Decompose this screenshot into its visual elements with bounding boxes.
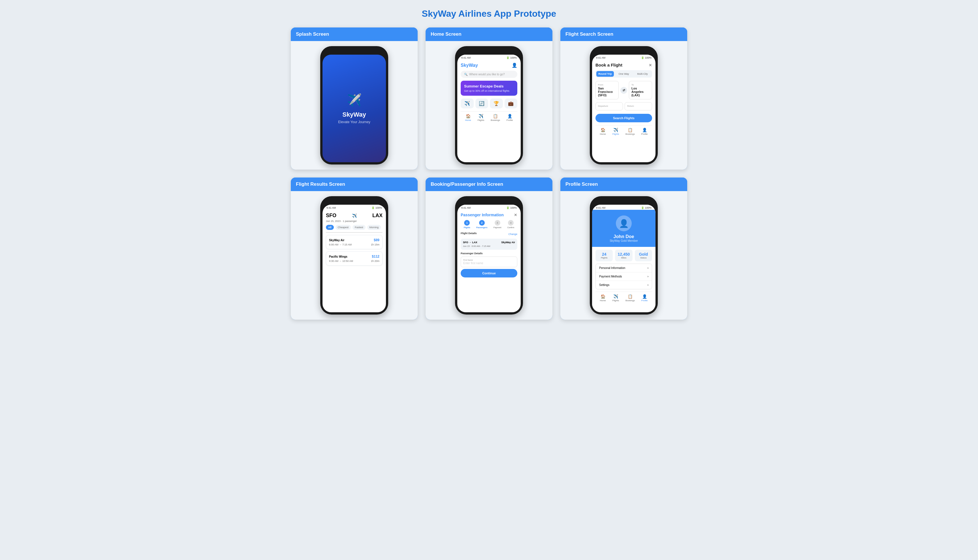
profile-status-battery: 🔋 100% (641, 207, 651, 209)
splash-card-header: Splash Screen (291, 27, 418, 41)
nav-home[interactable]: 🏠 Home (465, 114, 471, 122)
nav-profile[interactable]: 👤 Profile (506, 114, 513, 122)
flight-search-notch (613, 48, 635, 53)
fs-nav-profile[interactable]: 👤 Profile (641, 128, 648, 135)
return-date-box[interactable]: Return (625, 102, 652, 110)
home-screen-card: Home Screen 9:41 AM 🔋 100% SkyWay 👤 (426, 27, 552, 170)
pr-nav-home[interactable]: 🏠 Home (600, 294, 606, 302)
avatar: 👤 (616, 215, 632, 231)
profile-menu-payment[interactable]: Payment Methods › (596, 272, 652, 281)
nav-bookings[interactable]: 📋 Bookings (491, 114, 500, 122)
step-passengers: 2 Passengers (476, 220, 487, 228)
flights-nav-icon: ✈️ (478, 114, 485, 118)
flights-nav-label: Flights (478, 119, 485, 122)
pr-nav-flights[interactable]: ✈️ Flights (613, 294, 619, 302)
results-route: SFO ✈️ LAX (326, 213, 383, 218)
stat-miles-val: 12,450 (617, 252, 630, 257)
filter-all[interactable]: All (326, 225, 334, 230)
booking-card-body: 9:41 AM 🔋 100% Passenger Information ✕ 1… (426, 191, 552, 320)
fr-screen: 9:41 AM 🔋 100% SFO ✈️ LAX Jun 15, 2023 ·… (323, 205, 386, 312)
tab-multi-city[interactable]: Multi-City (634, 71, 651, 77)
flight-result-item-2[interactable]: Pacific Wings $112 9:30 AM → 10:50 AM 1h… (326, 252, 383, 265)
passenger-name-field[interactable]: First Name Enter first name (461, 257, 517, 267)
profile-menu-personal[interactable]: Personal Information › (596, 264, 652, 272)
splash-card-body: ✈️ SkyWay Elevate Your Journey (291, 41, 418, 170)
splash-app-name: SkyWay (342, 111, 366, 118)
booking-title: Passenger Information (461, 213, 504, 217)
fs-bookings-icon: 📋 (625, 128, 635, 132)
fr-status-time: 9:41 AM (327, 207, 336, 209)
fs-nav-home[interactable]: 🏠 Home (600, 128, 606, 135)
flight-search-body: 9:41 AM 🔋 100% Book a Flight ✕ Round Tri… (560, 41, 687, 170)
stat-miles: 12,450 Miles (615, 250, 632, 261)
home-user-icon: 👤 (511, 63, 517, 68)
home-logo: SkyWay (461, 63, 478, 68)
to-airport-box[interactable]: To Los Angeles (LAX) (629, 81, 652, 99)
filter-cheapest[interactable]: Cheapest (335, 225, 351, 230)
return-label: Return (627, 105, 650, 107)
home-card-body: 9:41 AM 🔋 100% SkyWay 👤 🔍 Where would yo… (426, 41, 552, 170)
profile-status-time: 9:41 AM (596, 207, 605, 209)
step-circle-3: 3 (495, 220, 500, 226)
tab-round-trip[interactable]: Round Trip (596, 71, 614, 77)
booking-inner: Passenger Information ✕ 1 Flights 2 Pass… (457, 210, 521, 280)
departure-date-box[interactable]: Departure (595, 102, 623, 110)
profile-body: 24 Flights 12,450 Miles Gold Status (592, 247, 655, 307)
step-circle-2: 2 (479, 220, 485, 226)
pr-home-label: Home (600, 299, 606, 302)
pr-nav-bookings[interactable]: 📋 Bookings (625, 294, 635, 302)
pr-nav-profile[interactable]: 👤 Profile (641, 294, 648, 302)
screens-grid: Splash Screen ✈️ SkyWay Elevate Your Jou… (291, 27, 687, 320)
quick-link-flights[interactable]: ✈️ (461, 98, 474, 108)
flight-results-body: 9:41 AM 🔋 100% SFO ✈️ LAX Jun 15, 2023 ·… (291, 191, 418, 320)
booking-screen: 9:41 AM 🔋 100% Passenger Information ✕ 1… (457, 205, 521, 312)
splash-phone: ✈️ SkyWay Elevate Your Journey (320, 46, 388, 165)
home-nav-icon: 🏠 (465, 114, 471, 118)
booking-status-bar: 9:41 AM 🔋 100% (457, 205, 521, 210)
quick-link-exchange[interactable]: 🔄 (475, 98, 488, 108)
first-name-value: Enter first name (463, 262, 515, 265)
step-circle-1: 1 (464, 220, 470, 226)
change-link[interactable]: Change (508, 233, 517, 235)
fs-flights-label: Flights (613, 133, 619, 135)
quick-link-deals[interactable]: 🏆 (490, 98, 503, 108)
filter-morning[interactable]: Morning (367, 225, 381, 230)
nav-flights[interactable]: ✈️ Flights (478, 114, 485, 122)
step-payment: 3 Payment (493, 220, 501, 228)
filter-tabs: All Cheapest Fastest Morning (326, 225, 383, 230)
tab-one-way[interactable]: One Way (615, 71, 633, 77)
route-arrow-icon: ✈️ (352, 213, 357, 218)
profile-member-status: SkyWay Gold Member (595, 239, 652, 242)
search-flights-button[interactable]: Search Flights (595, 114, 652, 122)
from-airport-box[interactable]: From San Francisco (SFO) (595, 81, 619, 99)
profile-screen-card: Profile Screen 9:41 AM 🔋 100% 👤 John Doe… (560, 178, 687, 320)
stat-miles-label: Miles (617, 257, 630, 259)
filter-fastest[interactable]: Fastest (353, 225, 365, 230)
stat-flights: 24 Flights (595, 250, 613, 261)
booking-screen-card: Booking/Passenger Info Screen 9:41 AM 🔋 … (426, 178, 552, 320)
booking-close-icon[interactable]: ✕ (514, 213, 517, 217)
fs-nav-flights[interactable]: ✈️ Flights (613, 128, 619, 135)
profile-menu: Personal Information › Payment Methods ›… (595, 263, 652, 289)
flight-result-item-1[interactable]: SkyWay Air $89 6:00 AM → 7:15 AM 1h 15m (326, 235, 383, 249)
close-icon[interactable]: ✕ (649, 63, 652, 67)
home-search-bar[interactable]: 🔍 Where would you like to go? (461, 71, 517, 78)
quick-link-baggage[interactable]: 💼 (505, 98, 518, 108)
flight-results-card: Flight Results Screen 9:41 AM 🔋 100% SFO… (291, 178, 418, 320)
search-placeholder-text: Where would you like to go? (469, 73, 505, 76)
booking-card-header: Booking/Passenger Info Screen (426, 178, 552, 191)
fs-nav-bookings[interactable]: 📋 Bookings (625, 128, 635, 135)
route-to: LAX (372, 213, 383, 218)
booking-airline: SkyWay Air (501, 241, 515, 244)
continue-button[interactable]: Continue (461, 269, 517, 277)
profile-bottom-nav: 🏠 Home ✈️ Flights 📋 Bookings (595, 292, 652, 304)
booking-status-time: 9:41 AM (461, 207, 471, 209)
promo-banner[interactable]: Summer Escape Deals Get up to 30% off on… (461, 81, 517, 96)
fr-status-battery: 🔋 100% (372, 207, 382, 209)
profile-menu-settings[interactable]: Settings › (596, 281, 652, 289)
results-sub: Jun 15, 2023 · 1 passenger (326, 220, 383, 223)
step-label-flights: Flights (464, 227, 470, 228)
step-label-payment: Payment (493, 227, 501, 228)
swap-airports-button[interactable]: ⇄ (620, 87, 627, 94)
fr-notch (343, 198, 365, 203)
